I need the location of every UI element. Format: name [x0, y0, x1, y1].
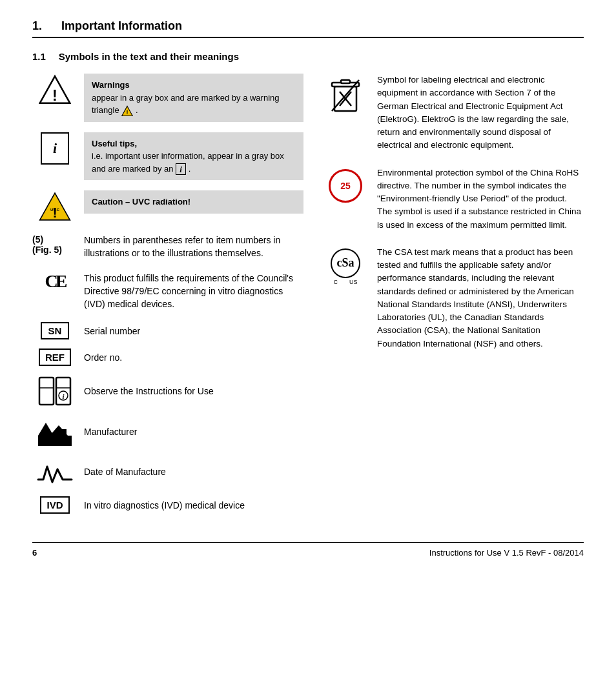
ivd-text: In vitro diagnostics (IVD) medical devic… — [84, 498, 303, 512]
ivd-icon-container: IVD — [32, 496, 77, 514]
tips-text: i.e. important user information, appear … — [92, 151, 284, 174]
sn-label: SN — [41, 322, 69, 339]
csa-c-label: C — [333, 279, 338, 285]
subsection-title: Symbols in the text and their meanings — [59, 51, 239, 62]
tips-row: i Useful tips, i.e. important user infor… — [32, 132, 303, 181]
ifu-row: i Observe the Instructions for Use — [32, 375, 303, 407]
rohs-row: 25 Environmental protection symbol of th… — [323, 167, 584, 232]
inline-info-icon: i — [176, 163, 186, 175]
page-number: 6 — [32, 548, 37, 558]
numbers-text: Numbers in parentheses refer to item num… — [84, 233, 303, 259]
warning-box: Warnings appear in a gray box and are ma… — [84, 74, 303, 122]
left-column: ! Warnings appear in a gray box and are … — [32, 74, 303, 523]
ifu-book-icon: i — [37, 375, 73, 407]
svg-rect-13 — [38, 436, 72, 446]
csa-inner-label: cSa — [337, 256, 354, 270]
dom-icon — [37, 456, 73, 487]
numbers-labels: (5) (Fig. 5) — [32, 233, 77, 255]
ce-text: This product fulfills the requirements o… — [84, 271, 303, 310]
main-content: ! Warnings appear in a gray box and are … — [32, 74, 584, 523]
mfr-row: Manufacturer — [32, 416, 303, 447]
dom-row: Date of Manufacture — [32, 456, 303, 487]
rohs-icon-container: 25 — [323, 167, 368, 203]
svg-marker-14 — [38, 423, 54, 436]
num-label-fig5: (Fig. 5) — [32, 245, 77, 255]
ref-text: Order no. — [84, 350, 303, 365]
uvc-caution-icon: ! UV-C — [39, 190, 71, 223]
section-title: Important Information — [61, 19, 182, 33]
tips-icon-container: i — [32, 132, 77, 165]
weee-row: Symbol for labeling electrical and elect… — [323, 74, 584, 152]
num-label-5: (5) — [32, 234, 77, 245]
ifu-icon-container: i — [32, 375, 77, 407]
caution-box: Caution – UVC radiation! — [84, 190, 303, 214]
warning-bold-text: Warnings — [92, 80, 130, 90]
caution-row: ! UV-C Caution – UVC radiation! — [32, 190, 303, 223]
warning-icon-container: ! — [32, 74, 77, 106]
csa-bottom-labels: C US — [333, 279, 357, 285]
sn-text: Serial number — [84, 324, 303, 338]
ce-icon-container: CE — [32, 271, 77, 292]
inline-warning-triangle-icon: ! — [121, 105, 133, 117]
mfr-icon-container — [32, 416, 77, 447]
ivd-label: IVD — [40, 496, 69, 514]
svg-rect-19 — [341, 80, 350, 83]
ifu-text: Observe the Instructions for Use — [84, 384, 303, 398]
rohs-text: Environmental protection symbol of the C… — [377, 167, 584, 232]
svg-text:!: ! — [52, 205, 57, 221]
csa-row: cSa C US The CSA test mark means that a … — [323, 246, 584, 350]
right-column: Symbol for labeling electrical and elect… — [323, 74, 584, 523]
csa-icon-container: cSa C US — [323, 246, 368, 285]
section-header: 1. Important Information — [32, 19, 584, 38]
warning-triangle-icon: ! — [39, 74, 71, 106]
subsection-number: 1.1 — [32, 51, 46, 62]
ref-row: REF Order no. — [32, 348, 303, 366]
manufacturer-icon — [37, 416, 73, 447]
svg-text:UV-C: UV-C — [50, 208, 60, 212]
weee-icon-container — [323, 74, 368, 114]
warning-text: appear in a gray box and are marked by a… — [92, 93, 280, 116]
tips-box: Useful tips, i.e. important user informa… — [84, 132, 303, 181]
tips-bold-text: Useful tips, — [92, 139, 137, 148]
svg-rect-7 — [39, 378, 54, 405]
mfr-text: Manufacturer — [84, 425, 303, 439]
dom-icon-container — [32, 456, 77, 487]
numbers-row: (5) (Fig. 5) Numbers in parentheses refe… — [32, 233, 303, 259]
weee-text: Symbol for labeling electrical and elect… — [377, 74, 584, 152]
page-footer: 6 Instructions for Use V 1.5 RevF - 08/2… — [32, 542, 584, 558]
sn-icon-container: SN — [32, 322, 77, 339]
footer-text: Instructions for Use V 1.5 RevF - 08/201… — [429, 548, 584, 558]
ivd-row: IVD In vitro diagnostics (IVD) medical d… — [32, 496, 303, 514]
csa-us-label: US — [349, 279, 358, 285]
svg-rect-16 — [61, 429, 67, 436]
svg-text:!: ! — [127, 109, 128, 116]
csa-text: The CSA test mark means that a product h… — [377, 246, 584, 350]
rohs-circle-icon: 25 — [329, 169, 362, 203]
section-number: 1. — [32, 19, 42, 33]
info-i-icon: i — [41, 132, 69, 165]
csa-mark-icon: cSa C US — [331, 248, 360, 285]
weee-trash-icon — [329, 76, 362, 114]
ce-mark-icon: CE — [45, 271, 65, 292]
csa-circle: cSa — [331, 248, 360, 278]
ref-label: REF — [39, 348, 71, 366]
caution-icon-container: ! UV-C — [32, 190, 77, 223]
ref-icon-container: REF — [32, 348, 77, 366]
warning-row: ! Warnings appear in a gray box and are … — [32, 74, 303, 122]
ce-row: CE This product fulfills the requirement… — [32, 271, 303, 310]
sn-row: SN Serial number — [32, 322, 303, 339]
dom-text: Date of Manufacture — [84, 465, 303, 479]
caution-text: Caution – UVC radiation! — [92, 197, 190, 207]
rohs-number: 25 — [340, 181, 351, 191]
svg-text:!: ! — [52, 87, 57, 104]
